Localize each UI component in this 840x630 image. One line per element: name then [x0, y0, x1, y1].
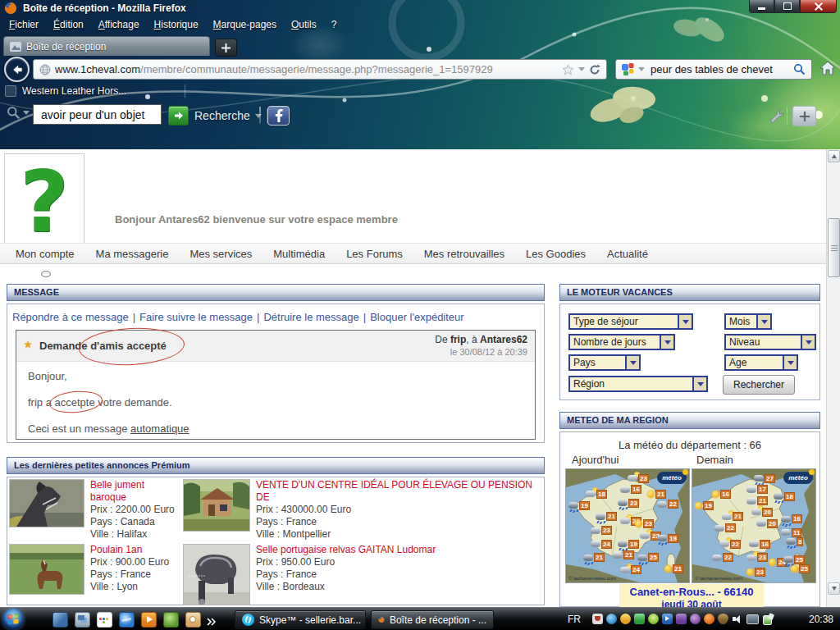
- menu-outils[interactable]: Outils: [284, 16, 324, 34]
- action-faire-suivre[interactable]: Faire suivre le message: [139, 311, 253, 323]
- facebook-button[interactable]: [267, 106, 290, 126]
- browser-search-box[interactable]: [615, 59, 812, 80]
- nav-les-forums[interactable]: Les Forums: [336, 248, 413, 260]
- menu-aide[interactable]: ?: [324, 16, 345, 34]
- toolbar-overflow-chevron[interactable]: [207, 614, 217, 629]
- new-tab-button[interactable]: [215, 39, 237, 57]
- green-app-icon[interactable]: [163, 612, 179, 628]
- volume-icon[interactable]: [732, 614, 743, 624]
- select-nombre-de-jours[interactable]: Nombre de jours: [568, 334, 675, 350]
- back-button[interactable]: [4, 57, 30, 82]
- sender-name[interactable]: frip: [450, 334, 466, 345]
- select-pays[interactable]: Pays: [568, 354, 641, 371]
- contact-tray-icon[interactable]: [634, 614, 645, 624]
- tab-boite-de-reception[interactable]: Boîte de réception: [3, 36, 210, 56]
- nav-mes-services[interactable]: Mes services: [179, 248, 262, 260]
- scroll-up-arrow[interactable]: [828, 150, 840, 162]
- scroll-down-arrow[interactable]: [828, 582, 840, 595]
- rechercher-button[interactable]: Rechercher: [723, 375, 795, 395]
- award-tray-icon[interactable]: [648, 614, 659, 624]
- media-play-tray-icon[interactable]: [662, 614, 673, 624]
- weather-point: 22: [714, 523, 736, 532]
- nav-multimedia[interactable]: Multimédia: [262, 248, 336, 260]
- menu-affichage[interactable]: Affichage: [91, 16, 147, 34]
- security-shield-tray-icon[interactable]: [718, 614, 728, 624]
- java-tray-icon[interactable]: [592, 614, 603, 624]
- select-type-de-sejour[interactable]: Type de séjour: [568, 313, 693, 330]
- listing-item[interactable]: Belle jument baroque Prix : 2200.00 Euro…: [9, 479, 183, 541]
- select-region[interactable]: Région: [568, 376, 708, 392]
- taskbar-task-skype[interactable]: Skype™ - sellerie.bar...: [235, 610, 366, 629]
- menu-fichier[interactable]: Fichier: [2, 16, 46, 34]
- show-desktop-icon[interactable]: [52, 612, 68, 628]
- listing-item[interactable]: Poulain 1an Prix : 900.00 Euro Pays : Fr…: [9, 544, 183, 605]
- minimize-button[interactable]: [749, 0, 774, 13]
- reload-icon[interactable]: [589, 64, 600, 75]
- addon-search-field[interactable]: [33, 104, 162, 125]
- addon-go-button[interactable]: [168, 106, 189, 126]
- site-logo[interactable]: ?: [4, 153, 84, 254]
- display-icon[interactable]: [746, 614, 759, 624]
- search-engine-dropdown-icon[interactable]: [638, 67, 645, 71]
- nav-ma-messagerie[interactable]: Ma messagerie: [85, 248, 180, 260]
- listing-title[interactable]: VENTE D'UN CENTRE IDÉAL POUR ÉLEVAGE OU …: [256, 479, 542, 504]
- window-switcher-icon[interactable]: [75, 612, 90, 628]
- page-scrollbar[interactable]: [826, 149, 840, 607]
- bookmark-star-icon[interactable]: [562, 64, 574, 75]
- language-indicator[interactable]: FR: [568, 614, 581, 625]
- messenger-tray-icon[interactable]: [606, 614, 617, 624]
- photo-centre-elevage[interactable]: [183, 479, 250, 532]
- menu-historique[interactable]: Historique: [147, 16, 206, 34]
- start-button[interactable]: [2, 609, 24, 630]
- listing-title[interactable]: Poulain 1an: [90, 544, 169, 556]
- select-age[interactable]: Age: [724, 354, 798, 371]
- photo-selle-portugaise[interactable]: [183, 544, 250, 605]
- phone-tray-icon[interactable]: [620, 614, 631, 624]
- internet-explorer-icon[interactable]: [119, 612, 135, 628]
- menu-edition[interactable]: Édition: [46, 16, 91, 34]
- onenote-tray-icon[interactable]: [676, 614, 687, 624]
- home-button[interactable]: [819, 61, 836, 79]
- bookmark-item[interactable]: Western Leather Hors...: [22, 85, 126, 97]
- listing-item[interactable]: Selle portugaise relvas GAITAN Ludomar P…: [183, 544, 542, 605]
- url-dropdown-icon[interactable]: [578, 67, 585, 71]
- agent-ball-tray-icon[interactable]: [704, 614, 714, 624]
- organizer-app-icon[interactable]: [185, 612, 201, 628]
- close-button[interactable]: [800, 0, 837, 13]
- scrollbar-thumb[interactable]: [828, 218, 840, 277]
- nav-les-goodies[interactable]: Les Goodies: [515, 248, 596, 260]
- action-bloquer[interactable]: Bloquer l'expéditeur: [370, 311, 464, 323]
- browser-search-input[interactable]: [649, 62, 789, 76]
- restore-button[interactable]: [774, 0, 800, 13]
- search-magnifier-icon[interactable]: [793, 63, 806, 75]
- nav-mes-retrouvailles[interactable]: Mes retrouvailles: [413, 248, 515, 260]
- action-detruire[interactable]: Détruire le message: [263, 311, 358, 323]
- media-player-icon[interactable]: [141, 612, 157, 628]
- select-niveau[interactable]: Niveau: [724, 334, 816, 350]
- character-tray-icon[interactable]: [690, 614, 701, 624]
- nav-mon-compte[interactable]: Mon compte: [5, 248, 85, 260]
- listing-item[interactable]: VENTE D'UN CENTRE IDÉAL POUR ÉLEVAGE OU …: [183, 479, 542, 541]
- temperature-badge: 21: [623, 550, 634, 559]
- nav-actualite[interactable]: Actualité: [596, 248, 659, 260]
- add-toolbar-button[interactable]: [792, 106, 816, 126]
- power-icon[interactable]: [762, 614, 774, 624]
- menu-marque-pages[interactable]: Marque-pages: [206, 16, 284, 34]
- google-icon[interactable]: [622, 63, 634, 75]
- listing-title[interactable]: Selle portugaise relvas GAITAN Ludomar: [256, 544, 436, 556]
- select-mois[interactable]: Mois: [724, 313, 772, 330]
- taskbar-task-firefox[interactable]: Boîte de réception - ...: [371, 610, 494, 629]
- photo-poulain[interactable]: [9, 544, 84, 595]
- automatique-link[interactable]: automatique: [130, 422, 189, 435]
- url-bar[interactable]: www.1cheval.com/membre/communaute/messag…: [33, 59, 607, 80]
- meteo-location-link[interactable]: Canet-en-Rous... - 66140 jeudi 30 août: [619, 584, 764, 607]
- photo-jument-baroque[interactable]: [9, 479, 84, 527]
- taskbar-clock[interactable]: 20:38: [809, 614, 833, 625]
- addon-search-input[interactable]: [39, 107, 155, 122]
- addon-recherche[interactable]: Recherche: [194, 108, 267, 123]
- tools-wrench-icon[interactable]: [769, 108, 785, 127]
- action-repondre[interactable]: Répondre à ce message: [12, 311, 129, 323]
- addon-search-engine[interactable]: [7, 106, 30, 120]
- listing-title[interactable]: Belle jument baroque: [90, 479, 183, 504]
- ebay-icon[interactable]: [97, 612, 112, 628]
